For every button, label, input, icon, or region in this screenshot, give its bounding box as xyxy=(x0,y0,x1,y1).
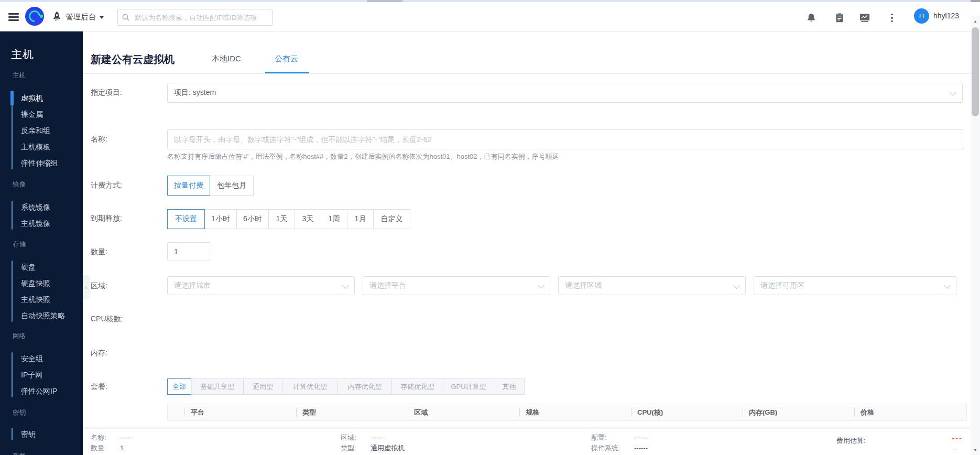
sku-tab-storage[interactable]: 存储优化型 xyxy=(391,378,443,395)
sidebar-item-host-template[interactable]: 主机模板 xyxy=(21,142,50,152)
scrollbar-thumb[interactable] xyxy=(972,27,979,116)
billing-option-postpaid[interactable]: 按量付费 xyxy=(167,176,210,196)
chevron-down-icon xyxy=(100,16,104,19)
billing-label: 计费方式: xyxy=(91,180,122,190)
scrollbar-up-arrow[interactable]: ▲ xyxy=(971,17,980,25)
release-option-none[interactable]: 不设置 xyxy=(167,209,205,229)
project-select[interactable]: 项目: system xyxy=(167,83,963,103)
city-select-placeholder: 请选择城市 xyxy=(174,281,211,290)
release-option-1d[interactable]: 1天 xyxy=(268,209,295,229)
sidebar-group-line xyxy=(12,428,13,440)
rocket-icon xyxy=(52,10,61,23)
sku-table-select-column xyxy=(168,404,185,420)
region-label: 区域: xyxy=(91,280,107,291)
sidebar-item-snapshot-policy[interactable]: 自动快照策略 xyxy=(21,310,65,321)
name-input[interactable] xyxy=(167,129,964,149)
sidebar-item-system-image[interactable]: 系统镜像 xyxy=(21,202,50,212)
release-option-1w[interactable]: 1周 xyxy=(321,209,347,229)
project-select-value: 项目: system xyxy=(174,88,216,98)
notifications-button[interactable] xyxy=(803,10,820,25)
sku-tab-compute[interactable]: 计算优化型 xyxy=(282,378,338,395)
sku-label: 套餐: xyxy=(91,381,107,392)
sku-tab-all[interactable]: 全部 xyxy=(167,378,191,395)
release-option-1m[interactable]: 1月 xyxy=(347,209,374,229)
sidebar-item-antiaffinity[interactable]: 反亲和组 xyxy=(21,125,50,136)
footer-os-value: ------ xyxy=(634,444,648,452)
more-options-button[interactable] xyxy=(884,10,900,25)
sidebar-item-disk-snapshot[interactable]: 硬盘快照 xyxy=(21,278,50,288)
zone-select-placeholder: 请选择可用区 xyxy=(760,281,804,290)
footer-bar: 名称: ------ 数量: 1 区域: ------ 类型: 通用虚拟机 配置… xyxy=(83,429,971,455)
sku-col-cpu: CPU(核) xyxy=(631,404,743,420)
admin-console-menu[interactable]: 管理后台 xyxy=(52,9,104,25)
sku-col-platform: 平台 xyxy=(185,404,297,420)
page-header xyxy=(83,31,971,74)
billing-option-prepaid[interactable]: 包年包月 xyxy=(210,176,254,196)
sidebar-section-hosts: 主机 xyxy=(13,71,26,80)
sidebar-item-vm[interactable]: 虚拟机 xyxy=(21,93,43,103)
platform-select[interactable]: 请选择平台 xyxy=(363,276,550,295)
sku-table-header: 平台 类型 区域 规格 CPU(核) 内存(GB) 价格 xyxy=(167,404,967,421)
sidebar-active-indicator xyxy=(10,91,14,105)
release-option-1h[interactable]: 1小时 xyxy=(204,209,237,229)
sku-tab-memory[interactable]: 内存优化型 xyxy=(337,378,392,395)
sidebar-item-host-snapshot[interactable]: 主机快照 xyxy=(21,294,50,305)
sku-tab-other[interactable]: 其他 xyxy=(494,378,525,395)
sidebar-item-disk[interactable]: 硬盘 xyxy=(21,262,36,272)
sidebar-section-images: 镜像 xyxy=(13,180,26,189)
sidebar-item-security-group[interactable]: 安全组 xyxy=(21,353,43,364)
sidebar-group-line xyxy=(12,201,13,230)
count-label: 数量: xyxy=(91,246,107,257)
region-select[interactable]: 请选择区域 xyxy=(558,276,746,295)
footer-region-value: ------ xyxy=(371,434,384,442)
global-search[interactable] xyxy=(117,9,273,26)
sidebar-item-eip[interactable]: 弹性公网IP xyxy=(21,386,57,396)
sidebar-item-baremetal[interactable]: 裸金属 xyxy=(21,109,43,120)
monitor-button[interactable] xyxy=(856,10,873,25)
release-option-3d[interactable]: 3天 xyxy=(295,209,321,229)
footer-cost-value: --- xyxy=(952,434,963,442)
sidebar-group-line xyxy=(12,261,13,322)
footer-type-label: 类型: xyxy=(341,444,356,452)
sidebar-collapse-handle[interactable]: ‹ xyxy=(83,275,90,299)
tab-public-cloud[interactable]: 公有云 xyxy=(275,54,298,64)
sidebar-title: 主机 xyxy=(11,47,34,62)
active-tab-underline xyxy=(265,72,309,73)
name-hint: 名称支持有序后缀占位符'#'，用法举例，名称host##，数量2，创建后实例的名… xyxy=(167,152,559,161)
city-select[interactable]: 请选择城市 xyxy=(167,276,355,295)
scrollbar[interactable]: ▲ ▼ xyxy=(971,16,980,455)
clipboard-icon xyxy=(835,13,844,23)
workflow-button[interactable] xyxy=(831,10,848,25)
footer-type-value: 通用虚拟机 xyxy=(371,444,405,452)
sku-col-type: 类型 xyxy=(297,404,408,420)
scrollbar-down-arrow[interactable]: ▼ xyxy=(971,446,980,454)
footer-config-value: ------ xyxy=(634,434,648,442)
sku-tab-general[interactable]: 通用型 xyxy=(243,378,282,395)
brand-logo[interactable] xyxy=(25,7,44,26)
region-select-placeholder: 请选择区域 xyxy=(565,281,602,290)
sidebar-item-host-image[interactable]: 主机镜像 xyxy=(21,218,50,229)
tab-local-idc[interactable]: 本地IDC xyxy=(212,54,241,64)
footer-count-label: 数量: xyxy=(91,444,106,452)
sidebar-item-scaling-group[interactable]: 弹性伸缩组 xyxy=(21,158,58,168)
sku-tab-gpu[interactable]: GPU计算型 xyxy=(443,378,494,395)
search-input[interactable] xyxy=(134,13,272,22)
sku-col-memory: 内存(GB) xyxy=(743,404,855,420)
monitor-chart-icon xyxy=(859,13,870,23)
sidebar-section-network: 网络 xyxy=(13,331,26,341)
footer-config-label: 配置: xyxy=(591,434,607,442)
sidebar-section-keypair: 密钥 xyxy=(13,408,26,417)
release-option-6h[interactable]: 6小时 xyxy=(236,209,269,229)
count-input[interactable] xyxy=(167,242,210,261)
sidebar-section-storage: 存储 xyxy=(13,240,26,249)
release-option-custom[interactable]: 自定义 xyxy=(373,209,410,229)
zone-select[interactable]: 请选择可用区 xyxy=(754,276,956,295)
avatar[interactable]: H xyxy=(914,8,929,24)
footer-region-label: 区域: xyxy=(341,434,356,442)
sidebar-item-ip-subnet[interactable]: IP子网 xyxy=(21,370,42,380)
menu-icon[interactable] xyxy=(8,13,19,21)
sidebar-item-keypair[interactable]: 密钥 xyxy=(21,429,36,439)
sku-col-region: 区域 xyxy=(408,404,520,420)
name-label: 名称: xyxy=(91,134,107,144)
sku-tab-shared[interactable]: 基础共享型 xyxy=(191,378,244,395)
